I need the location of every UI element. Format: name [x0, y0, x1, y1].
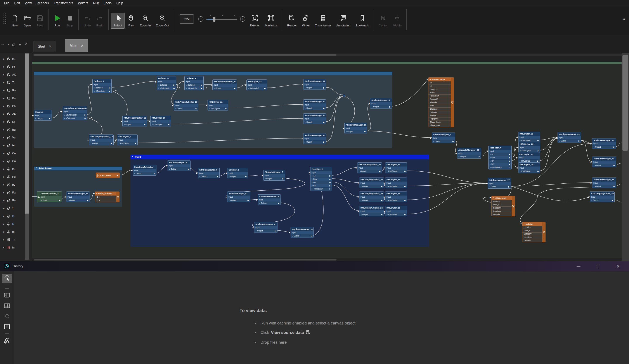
expand-arrow-icon[interactable]: ▶ [3, 74, 5, 76]
geometry-tool-button[interactable] [2, 312, 12, 321]
reader-button[interactable]: Reader [285, 13, 299, 28]
port-chevron-icon[interactable]: ∨ [67, 200, 69, 201]
menu-tools[interactable]: Tools [101, 0, 114, 5]
port-row-input[interactable]: ▶Input [198, 172, 219, 175]
expand-arrow-icon[interactable]: ▶ [3, 89, 5, 92]
node-attributekeeper_6[interactable]: AttributeKeeper_6▶Input∨Output▶ [227, 192, 250, 202]
port-row-kmlstyled[interactable]: ∨KMLStyled▶ [385, 213, 407, 216]
navigator-scrollbar[interactable]: ▲ [25, 48, 29, 260]
node-attributecreator_6[interactable]: AttributeCreator_6▶Input∨Output▶ [198, 168, 220, 178]
middle-button[interactable]: Middle [390, 13, 404, 28]
port-chevron-icon[interactable]: ∨ [175, 108, 176, 109]
node-kmlstyler_11[interactable]: KMLStyler_11▶Input∨KMLStyled▶ [208, 100, 228, 111]
port-row-input[interactable]: ▶Input [488, 182, 511, 185]
expand-arrow-icon[interactable]: ▶ [3, 184, 5, 186]
port-row-unfiltered[interactable]: ∨<Unfiltered>▷ [488, 166, 511, 169]
select-button[interactable]: Select [111, 13, 125, 29]
port-row-input[interactable]: ▶Input [385, 166, 407, 170]
dock-dropdown-icon[interactable]: ▾ [8, 43, 9, 46]
expand-arrow-icon[interactable]: ▶ [3, 168, 5, 170]
port-chevron-icon[interactable]: ∨ [158, 88, 159, 89]
port-row-input[interactable]: ▶Input [457, 152, 481, 155]
port-chevron-icon[interactable]: ∨ [591, 200, 592, 201]
port-row-output[interactable]: ∨Output▶ [174, 107, 198, 110]
port-chevron-icon[interactable]: ∨ [519, 171, 521, 172]
port-row-input[interactable]: ▶Input [34, 114, 52, 117]
node-kmlstyler_9[interactable]: KMLStyler_9▶Input∨KMLStyled▶ [117, 134, 138, 145]
port-chevron-icon[interactable]: ∨ [386, 186, 388, 187]
history-title-bar[interactable]: History—✕ [0, 261, 629, 271]
expand-arrow-icon[interactable]: ▶ [3, 136, 5, 139]
node-putatan[interactable]: ▶^putatanLocationPoint_IDCategoryLongitu… [522, 222, 546, 242]
collapse-caret-icon[interactable]: ^ [132, 156, 133, 158]
annotation-button[interactable]: Annotation [334, 13, 353, 28]
port-row-input[interactable]: ▶Input [592, 142, 616, 145]
menu-file[interactable]: File [2, 0, 12, 5]
port-row-input[interactable]: ▶Input [227, 172, 248, 175]
port-row-input[interactable]: ▶Input [254, 226, 277, 229]
port-row-input[interactable]: ▶Input [518, 166, 540, 170]
port-row-kmlstyled[interactable]: ∨KMLStyled▶ [519, 149, 540, 152]
node-kmlstyler_16[interactable]: KMLStyler_16▶Input∨KMLStyled▶ [385, 206, 407, 216]
menu-run[interactable]: Run [91, 0, 102, 5]
dock-float-icon[interactable] [12, 43, 15, 46]
expand-arrow-icon[interactable]: ▶ [3, 81, 5, 84]
node-attributemanager_14[interactable]: AttributeManager_14▶Input∨Output▶ [303, 133, 326, 144]
history-content[interactable]: To view data:Run with caching enabled an… [13, 271, 626, 364]
port-chevron-icon[interactable]: ∨ [229, 176, 230, 177]
port-chevron-icon[interactable]: ∨ [94, 87, 95, 89]
expand-arrow-icon[interactable]: ▶ [3, 152, 5, 154]
port-row-output[interactable]: ∨Output▶ [258, 202, 281, 205]
port-chevron-icon[interactable]: ∨ [265, 178, 266, 179]
port-chevron-icon[interactable]: ∨ [593, 165, 595, 166]
port-row-ac[interactable]: ∨Ac▶ [488, 153, 511, 156]
port-row-output[interactable]: ∨Output▶ [357, 170, 382, 173]
port-row-input[interactable]: ▶Input [291, 231, 313, 234]
node-kmlstyler_23[interactable]: KMLStyler_23▶Input∨KMLStyled▶ [518, 152, 540, 163]
port-chevron-icon[interactable]: ∨ [490, 154, 491, 155]
port-row-output[interactable]: ∨Output▶ [359, 213, 384, 216]
port-chevron-icon[interactable]: ∨ [360, 200, 362, 201]
port-row-input[interactable]: ▶Input [518, 156, 540, 159]
port-row-input[interactable]: ▶Input [63, 110, 87, 113]
node-attributemanager_16[interactable]: AttributeManager_16▶Input∨Output▶ [291, 227, 314, 238]
port-row-input[interactable]: ▶Input [344, 127, 367, 130]
port-row-output[interactable]: ∨Output▶ [592, 185, 616, 188]
dock-pin-icon[interactable] [18, 43, 22, 46]
node-kmlstyler_10[interactable]: KMLStyler_10▶Input∨KMLStyled▶ [150, 116, 171, 126]
expand-arrow-icon[interactable]: ▶ [3, 144, 5, 146]
menu-transformers[interactable]: Transformers [51, 0, 76, 5]
port-row-output[interactable]: ∨Output▶ [291, 234, 313, 238]
port-row-input[interactable]: ▶Input [590, 195, 614, 199]
port-row-input[interactable]: ▶Input [174, 104, 198, 107]
port-row-input[interactable]: ▶Input [592, 181, 616, 185]
port-row-output[interactable]: ∨Output▶ [304, 140, 326, 144]
node-bufferer_7[interactable]: Bufferer_7▶Input∨Buffered▶∨<Rejected>▶ [92, 79, 112, 93]
port-row-output[interactable]: ∨Output▶ [304, 86, 326, 90]
node-kmlstyler_21[interactable]: KMLStyler_21▶Input∨KMLStyled▶ [518, 132, 540, 142]
port-row-output[interactable]: ∨Output▶ [370, 105, 392, 109]
node-attributemanager_17[interactable]: AttributeManager_17▶Input∨Output▶ [488, 178, 511, 189]
port-row-output[interactable]: ∨Output▶ [558, 139, 581, 143]
node-attributemanager_26[interactable]: AttributeManager_26▶Input∨Output▶ [457, 148, 481, 158]
close-button[interactable]: ✕ [613, 263, 623, 270]
port-row-input[interactable]: ▶Input [359, 210, 384, 213]
collapse-caret-icon[interactable]: ^ [36, 167, 37, 170]
minimize-button[interactable]: — [574, 263, 584, 270]
menu-edit[interactable]: Edit [12, 0, 22, 5]
menu-writers[interactable]: Writers [76, 0, 91, 5]
port-chevron-icon[interactable]: ∨ [489, 186, 490, 188]
port-chevron-icon[interactable]: ∨ [593, 146, 595, 148]
port-row-ac[interactable]: ∨Ac▶ [311, 174, 332, 178]
port-row-input[interactable]: ▶Input [117, 138, 138, 142]
port-chevron-icon[interactable]: ∨ [209, 108, 210, 109]
canvas-hscrollbar-bottom-thumb[interactable] [34, 259, 336, 260]
port-chevron-icon[interactable]: ∨ [186, 88, 187, 89]
node-counter_2[interactable]: Counter_2▶Input∨Output▶ [227, 168, 248, 178]
writer-button[interactable]: Writer [299, 13, 313, 28]
node-kmlstyler_24[interactable]: KMLStyler_24▶Input∨KMLStyled▶ [518, 162, 540, 173]
port-row-output[interactable]: ∨Output▶ [66, 199, 90, 202]
port-chevron-icon[interactable]: ∨ [519, 160, 520, 162]
expand-arrow-icon[interactable]: ▶ [3, 66, 5, 68]
port-chevron-icon[interactable]: ∨ [169, 168, 170, 170]
